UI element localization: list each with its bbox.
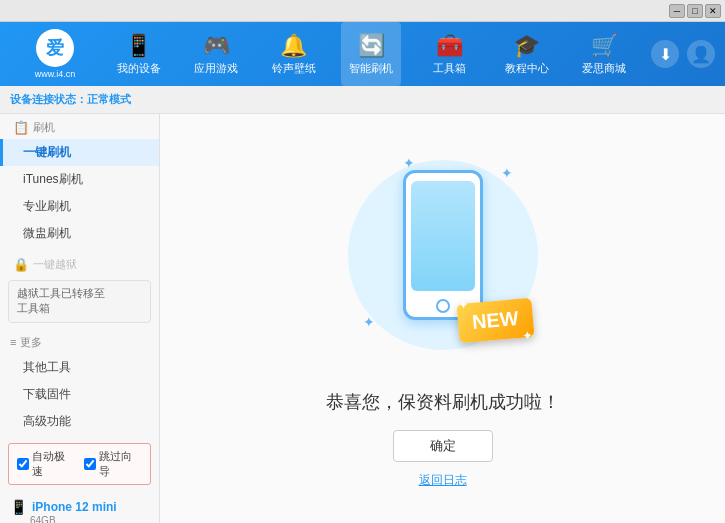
phone-home-btn	[436, 299, 450, 313]
phone-screen	[411, 181, 475, 291]
header: 爱 www.i4.cn 📱 我的设备 🎮 应用游戏 🔔 铃声壁纸 🔄 智能刷机 …	[0, 22, 725, 86]
checkbox-area: 自动极速 跳过向导	[8, 443, 151, 485]
sidebar-item-pro-flash[interactable]: 专业刷机	[0, 193, 159, 220]
flash-section-icon: 📋	[13, 120, 29, 135]
logo-url: www.i4.cn	[35, 69, 76, 79]
phone-shape	[403, 170, 483, 320]
nav-tutorial[interactable]: 🎓 教程中心	[497, 22, 557, 86]
nav-smart-flash[interactable]: 🔄 智能刷机	[341, 22, 401, 86]
store-icon: 🛒	[591, 33, 618, 59]
sidebar-item-itunes-flash[interactable]: iTunes刷机	[0, 166, 159, 193]
tutorial-icon: 🎓	[513, 33, 540, 59]
nav-toolbox[interactable]: 🧰 工具箱	[419, 22, 479, 86]
sparkle-1: ✦	[403, 155, 415, 171]
skip-wizard-input[interactable]	[84, 458, 96, 470]
apps-icon: 🎮	[203, 33, 230, 59]
skip-wizard-label: 跳过向导	[99, 449, 143, 479]
nav-items: 📱 我的设备 🎮 应用游戏 🔔 铃声壁纸 🔄 智能刷机 🧰 工具箱 🎓 教程中心…	[100, 22, 643, 86]
auto-speed-input[interactable]	[17, 458, 29, 470]
status-value: 正常模式	[87, 93, 131, 105]
title-bar: ─ □ ✕	[0, 0, 725, 22]
sparkle-3: ✦	[363, 314, 375, 330]
account-btn[interactable]: 👤	[687, 40, 715, 68]
my-device-label: 我的设备	[117, 61, 161, 76]
tutorial-label: 教程中心	[505, 61, 549, 76]
flash-section-title: 📋 刷机	[0, 114, 159, 139]
other-tools-label: 其他工具	[23, 360, 71, 374]
jailbreak-section: 🔒 一键越狱	[0, 251, 159, 276]
auto-speed-label: 自动极速	[32, 449, 76, 479]
store-label: 爱思商城	[582, 61, 626, 76]
notice-text: 越狱工具已转移至工具箱	[17, 287, 105, 314]
toolbox-icon: 🧰	[436, 33, 463, 59]
ringtone-icon: 🔔	[280, 33, 307, 59]
logo-area[interactable]: 爱 www.i4.cn	[10, 29, 100, 79]
nav-store[interactable]: 🛒 爱思商城	[574, 22, 634, 86]
download-btn[interactable]: ⬇	[651, 40, 679, 68]
pro-flash-label: 专业刷机	[23, 199, 71, 213]
lock-icon: 🔒	[13, 257, 29, 272]
smart-flash-label: 智能刷机	[349, 61, 393, 76]
download-firmware-label: 下载固件	[23, 387, 71, 401]
sidebar-item-one-key-flash[interactable]: 一键刷机	[0, 139, 159, 166]
sidebar: 📋 刷机 一键刷机 iTunes刷机 专业刷机 微盅刷机 🔒 一键越狱 越狱工具…	[0, 114, 160, 523]
device-storage: 64GB	[30, 515, 149, 523]
advanced-label: 高级功能	[23, 414, 71, 428]
more-icon: ≡	[10, 336, 16, 348]
close-btn[interactable]: ✕	[705, 4, 721, 18]
status-label: 设备连接状态：	[10, 93, 87, 105]
sparkle-2: ✦	[501, 165, 513, 181]
one-key-flash-label: 一键刷机	[23, 145, 71, 159]
apps-label: 应用游戏	[194, 61, 238, 76]
flash-section-label: 刷机	[33, 120, 55, 135]
toolbox-label: 工具箱	[433, 61, 466, 76]
sidebar-item-downgrade-flash[interactable]: 微盅刷机	[0, 220, 159, 247]
logo-icon: 爱	[36, 29, 74, 67]
smart-flash-icon: 🔄	[358, 33, 385, 59]
success-message: 恭喜您，保资料刷机成功啦！	[326, 390, 560, 414]
auto-speed-checkbox[interactable]: 自动极速	[17, 449, 76, 479]
nav-my-device[interactable]: 📱 我的设备	[109, 22, 169, 86]
ringtone-label: 铃声壁纸	[272, 61, 316, 76]
nav-apps-games[interactable]: 🎮 应用游戏	[186, 22, 246, 86]
more-label: 更多	[20, 335, 42, 350]
jailbreak-notice: 越狱工具已转移至工具箱	[8, 280, 151, 323]
header-right: ⬇ 👤	[651, 40, 715, 68]
new-badge: NEW	[456, 298, 534, 343]
confirm-button[interactable]: 确定	[393, 430, 493, 462]
downgrade-flash-label: 微盅刷机	[23, 226, 71, 240]
sidebar-item-other-tools[interactable]: 其他工具	[0, 354, 159, 381]
sidebar-item-download-firmware[interactable]: 下载固件	[0, 381, 159, 408]
device-area: 📱 iPhone 12 mini 64GB Down-12mini-13,1	[0, 493, 159, 523]
sidebar-item-advanced[interactable]: 高级功能	[0, 408, 159, 435]
phone-illustration: ✦ ✦ ✦ NEW	[343, 150, 543, 370]
content-area: ✦ ✦ ✦ NEW 恭喜您，保资料刷机成功啦！ 确定 返回日志	[160, 114, 725, 523]
device-status-bar: 设备连接状态：正常模式	[0, 86, 725, 114]
back-link[interactable]: 返回日志	[419, 472, 467, 489]
phone-icon: 📱	[10, 499, 27, 515]
more-section-title: ≡ 更多	[0, 329, 159, 354]
skip-wizard-checkbox[interactable]: 跳过向导	[84, 449, 143, 479]
my-device-icon: 📱	[125, 33, 152, 59]
device-name: iPhone 12 mini	[32, 500, 117, 514]
main-area: 📋 刷机 一键刷机 iTunes刷机 专业刷机 微盅刷机 🔒 一键越狱 越狱工具…	[0, 114, 725, 523]
nav-ringtone[interactable]: 🔔 铃声壁纸	[264, 22, 324, 86]
jailbreak-label: 一键越狱	[33, 257, 77, 272]
minimize-btn[interactable]: ─	[669, 4, 685, 18]
itunes-flash-label: iTunes刷机	[23, 172, 83, 186]
maximize-btn[interactable]: □	[687, 4, 703, 18]
